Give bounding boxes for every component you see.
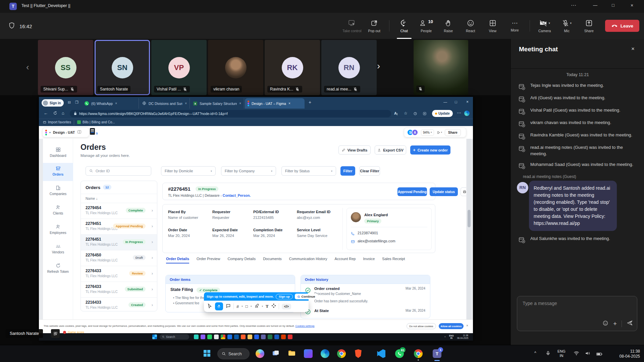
browser-signin-button[interactable]: Sign in	[42, 99, 64, 107]
tray-mic-icon[interactable]	[545, 350, 551, 358]
video-tile[interactable]: RK Ravindra K...	[265, 40, 320, 95]
print-button[interactable]: Print	[461, 187, 466, 196]
raise-hand-button[interactable]: Raise	[439, 13, 458, 39]
create-new-order-button[interactable]: + Create new order	[410, 145, 450, 155]
present-button[interactable]: ▾	[437, 131, 442, 134]
language-indicator[interactable]: ENGIN	[557, 349, 566, 358]
contact-person-link[interactable]: Contact_Person.	[223, 193, 251, 197]
taskbar-clock[interactable]: 11:3808-04-2025	[610, 349, 640, 359]
more-window-icon[interactable]: ⋯	[571, 2, 576, 8]
approval-pending-button[interactable]: Approval Pending	[397, 187, 427, 196]
chat-input[interactable]: Type a message +	[517, 296, 637, 331]
update-status-button[interactable]: Update status	[430, 187, 458, 196]
allow-cookies-button[interactable]: Allow all cookies	[439, 323, 464, 329]
figma-share-button[interactable]: Share	[445, 129, 461, 136]
address-bar[interactable]: https://www.figma.com/design/9BKQ0FOHRWa…	[70, 110, 391, 117]
shared-taskbar-icon[interactable]	[194, 335, 199, 339]
comment-tool-icon[interactable]	[226, 303, 231, 310]
shared-taskbar-icon[interactable]	[221, 335, 225, 339]
taskbar-search-box[interactable]: Search	[217, 348, 250, 359]
shared-search-box[interactable]: Search	[160, 334, 189, 340]
wifi-icon[interactable]	[574, 351, 579, 357]
shared-taskbar-icon[interactable]	[241, 335, 246, 339]
more-button[interactable]: ⋯ More	[505, 13, 524, 39]
minimize-icon[interactable]: —	[593, 3, 597, 8]
camera-button[interactable]: ▾ Camera	[535, 13, 554, 39]
filter-status-dropdown[interactable]: Filter by Status▾	[281, 166, 336, 176]
bookmark-item[interactable]: Bills | Billing and Co...	[77, 120, 115, 124]
google-continue-button[interactable]: GContinue	[295, 294, 318, 299]
tab-company-details[interactable]: Company Details	[227, 257, 256, 261]
clear-filter-button[interactable]: Clear Filter	[359, 166, 380, 176]
video-tile[interactable]: SS Shivani Sup...	[38, 40, 93, 95]
browser-maximize-icon[interactable]: □	[455, 100, 457, 104]
vscode-icon[interactable]	[377, 349, 385, 358]
move-tool-icon[interactable]	[207, 303, 212, 310]
order-row[interactable]: 2216433TL Flex Holdings LLC Created›	[81, 298, 157, 311]
shared-taskbar-icon[interactable]	[281, 335, 286, 339]
update-button[interactable]: Update	[432, 110, 453, 117]
shared-taskbar-icon[interactable]	[201, 335, 205, 339]
file-explorer-icon[interactable]	[288, 349, 297, 358]
favorite-star-icon[interactable]: ☆	[404, 111, 408, 116]
history-icon[interactable]	[413, 111, 417, 117]
components-tool-icon[interactable]	[271, 303, 276, 309]
shared-language-indicator[interactable]: ENGIN	[449, 335, 454, 340]
browser-minimize-icon[interactable]: —	[443, 100, 447, 104]
tab-actions-icon[interactable]: ❐	[75, 100, 78, 105]
shared-taskbar-icon[interactable]	[274, 335, 279, 339]
pen-tool-icon[interactable]	[255, 303, 259, 309]
chat-message-list[interactable]: Today 11:21 Tejas Ingle was invited to t…	[511, 70, 644, 291]
shared-taskbar-icon[interactable]	[227, 335, 232, 339]
tab-documents[interactable]: Documents	[263, 257, 282, 261]
scroll-left-icon[interactable]: ‹	[26, 62, 29, 72]
volume-icon[interactable]	[585, 351, 590, 357]
pop-out-button[interactable]: Pop out	[365, 13, 384, 39]
video-tile[interactable]: vikram chavan	[208, 40, 263, 95]
name-column-header[interactable]: Name ↓	[86, 196, 98, 200]
browser-tab[interactable]: x Sample Salary Structure with calc×	[191, 98, 244, 109]
back-icon[interactable]: ←	[44, 111, 48, 116]
start-icon[interactable]	[152, 335, 157, 339]
browser-close-icon[interactable]: ×	[466, 100, 469, 104]
score-widget[interactable]: Game score	[63, 330, 84, 334]
shared-taskbar-icon[interactable]	[288, 335, 292, 339]
shared-taskbar-icon[interactable]	[268, 335, 272, 339]
figma-sign-up-button[interactable]: Sign up	[276, 294, 293, 299]
edge-logo-icon[interactable]	[464, 111, 470, 116]
close-icon[interactable]: ×	[631, 3, 633, 8]
cookie-close-icon[interactable]: ×	[466, 324, 468, 327]
tab-communication-history[interactable]: Communication History	[289, 257, 327, 261]
view-drafts-button[interactable]: View Drafts	[338, 145, 371, 155]
tab-invoice[interactable]: Invoice	[363, 257, 375, 261]
view-button[interactable]: View	[483, 13, 502, 39]
start-button[interactable]	[203, 349, 212, 358]
order-row[interactable]: 2276433TL Flex Holdings LLC Review›	[81, 266, 157, 282]
brave-icon[interactable]	[354, 349, 363, 358]
home-icon[interactable]: ⌂	[62, 111, 64, 116]
tray-chevron-icon[interactable]: ^	[534, 351, 536, 355]
browser-tab[interactable]: DC Divisions and Surroundings×	[140, 98, 190, 109]
scroll-right-icon[interactable]: ›	[377, 61, 380, 71]
browser-scrollbar[interactable]	[467, 139, 471, 319]
mic-button[interactable]: ▾ Mic	[557, 13, 576, 39]
order-id-search-input[interactable]: Order ID	[86, 166, 151, 176]
filter-company-dropdown[interactable]: Filter by Company▾	[221, 166, 276, 176]
zoom-level-control[interactable]: 94%▾	[421, 129, 434, 136]
edge-icon[interactable]	[321, 349, 329, 358]
photos-icon[interactable]	[304, 349, 313, 358]
chat-button[interactable]: Chat	[395, 13, 414, 39]
cookie-settings-link[interactable]: Cookies settings	[296, 324, 315, 327]
presenter-pin-icon[interactable]	[51, 329, 60, 338]
shared-taskbar-icon[interactable]	[261, 335, 266, 339]
leave-button[interactable]: Leave	[605, 20, 639, 32]
order-row[interactable]: 2276433TL Flex Holdings LLC Submitted›	[81, 282, 157, 298]
send-icon[interactable]	[627, 320, 633, 327]
shared-taskbar-icon[interactable]	[254, 335, 259, 339]
shared-taskbar-icon[interactable]	[234, 335, 239, 339]
battery-icon[interactable]	[596, 351, 602, 357]
browser-tab[interactable]: (6) WhatsApp×	[82, 98, 139, 109]
sidebar-item-vendors[interactable]: Vendors	[43, 243, 73, 254]
tab-account-rep[interactable]: Account Rep	[335, 257, 356, 261]
contact-phone[interactable]: 2123874901	[358, 231, 378, 235]
